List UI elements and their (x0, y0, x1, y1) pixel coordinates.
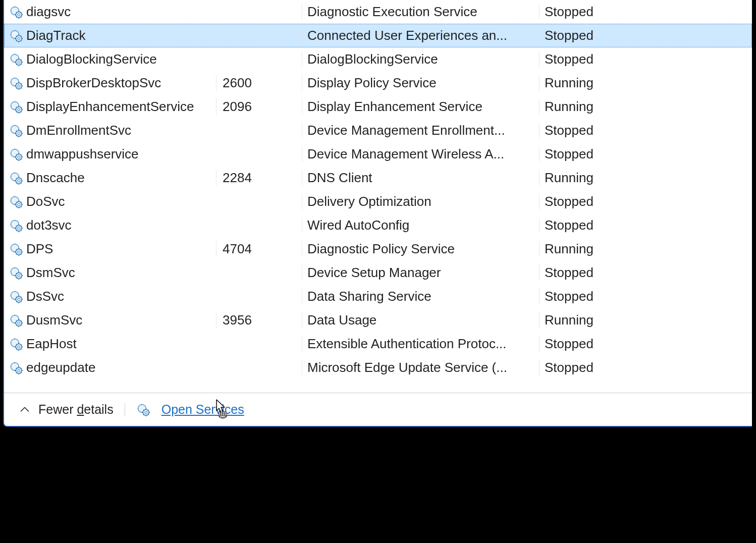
svg-point-5 (18, 37, 20, 39)
svg-point-2 (18, 14, 20, 16)
service-name: DisplayEnhancementService (26, 99, 194, 115)
service-status: Running (539, 312, 752, 328)
svg-point-50 (145, 411, 147, 413)
svg-point-23 (18, 180, 20, 182)
svg-point-35 (18, 275, 20, 277)
service-description: DialogBlockingService (302, 51, 539, 67)
gear-icon (9, 171, 23, 185)
service-row[interactable]: DmEnrollmentSvcDevice Management Enrollm… (4, 119, 752, 142)
service-row[interactable]: DusmSvc3956Data UsageRunning (4, 308, 752, 332)
service-row[interactable]: DPS4704Diagnostic Policy ServiceRunning (4, 237, 752, 261)
services-table[interactable]: diagsvcDiagnostic Execution ServiceStopp… (4, 0, 752, 393)
service-name: diagsvc (26, 4, 71, 20)
gear-icon (9, 5, 23, 19)
service-name: DialogBlockingService (26, 51, 157, 67)
service-status: Stopped (539, 146, 752, 162)
service-description: Data Usage (302, 312, 539, 328)
gear-icon (9, 361, 23, 375)
service-status: Stopped (539, 4, 752, 20)
service-status: Running (539, 75, 752, 91)
svg-point-26 (18, 203, 20, 205)
gear-icon (9, 124, 23, 138)
service-description: Diagnostic Policy Service (302, 241, 539, 257)
gear-icon (9, 219, 23, 233)
service-description: Device Management Wireless A... (302, 146, 539, 162)
svg-point-29 (18, 227, 20, 229)
service-row[interactable]: diagsvcDiagnostic Execution ServiceStopp… (4, 0, 752, 24)
service-status: Stopped (539, 194, 752, 209)
service-name: DsmSvc (26, 265, 75, 281)
gear-icon (9, 100, 23, 114)
service-status: Stopped (539, 123, 752, 138)
service-status: Running (539, 241, 752, 257)
service-status: Stopped (539, 336, 752, 352)
service-name: DoSvc (26, 194, 65, 209)
gear-icon (9, 147, 23, 161)
task-manager-services-panel: diagsvcDiagnostic Execution ServiceStopp… (3, 0, 752, 427)
service-row[interactable]: dot3svcWired AutoConfigStopped (4, 213, 752, 237)
service-row[interactable]: DoSvcDelivery OptimizationStopped (4, 190, 752, 213)
service-status: Stopped (539, 218, 752, 233)
svg-point-17 (18, 132, 20, 134)
service-pid: 4704 (216, 241, 302, 257)
chevron-up-icon[interactable] (19, 404, 30, 415)
service-status: Stopped (539, 289, 752, 304)
service-row[interactable]: DisplayEnhancementService2096Display Enh… (4, 95, 752, 119)
svg-point-8 (18, 61, 20, 63)
service-description: Diagnostic Execution Service (302, 4, 539, 20)
service-status: Stopped (539, 360, 752, 375)
svg-point-32 (18, 251, 20, 253)
service-row[interactable]: dmwappushserviceDevice Management Wirele… (4, 142, 752, 166)
gear-icon (9, 266, 23, 280)
gear-icon (9, 52, 23, 67)
footer-bar: Fewer details Open Services (4, 393, 752, 426)
gear-icon (9, 290, 23, 304)
svg-point-41 (18, 322, 20, 324)
service-name: DsSvc (26, 289, 64, 304)
service-row[interactable]: edgeupdateMicrosoft Edge Update Service … (4, 356, 752, 379)
svg-point-44 (18, 346, 20, 348)
gear-icon (9, 29, 23, 43)
gear-icon (9, 242, 23, 256)
service-description: Wired AutoConfig (302, 218, 539, 233)
service-name: DPS (26, 241, 53, 257)
service-pid: 2284 (216, 170, 302, 186)
gear-icon (9, 195, 23, 209)
service-description: Delivery Optimization (302, 194, 539, 209)
service-name: Dnscache (26, 170, 85, 186)
service-status: Stopped (539, 51, 752, 67)
service-name: DmEnrollmentSvc (26, 123, 131, 138)
service-row[interactable]: DialogBlockingServiceDialogBlockingServi… (4, 47, 752, 71)
svg-point-14 (18, 108, 20, 111)
service-description: Display Policy Service (302, 75, 539, 91)
service-description: Display Enhancement Service (302, 99, 539, 115)
service-row[interactable]: DsSvcData Sharing ServiceStopped (4, 285, 752, 308)
service-status: Running (539, 99, 752, 115)
service-description: Device Management Enrollment... (302, 123, 539, 138)
service-name: dmwappushservice (26, 146, 139, 162)
service-description: Data Sharing Service (302, 289, 539, 304)
service-row[interactable]: DiagTrackConnected User Experiences an..… (4, 24, 752, 47)
service-row[interactable]: Dnscache2284DNS ClientRunning (4, 166, 752, 190)
svg-point-20 (18, 156, 20, 158)
service-name: DiagTrack (26, 28, 86, 43)
svg-point-11 (18, 85, 20, 87)
service-name: dot3svc (26, 218, 72, 233)
service-name: DispBrokerDesktopSvc (26, 75, 161, 91)
service-pid: 2600 (216, 75, 302, 91)
service-row[interactable]: EapHostExtensible Authentication Protoc.… (4, 332, 752, 356)
service-row[interactable]: DispBrokerDesktopSvc2600Display Policy S… (4, 71, 752, 95)
fewer-details-button[interactable]: Fewer details (38, 402, 114, 417)
service-name: edgeupdate (26, 360, 95, 375)
service-status: Stopped (539, 265, 752, 281)
open-services-link[interactable]: Open Services (161, 402, 244, 417)
service-row[interactable]: DsmSvcDevice Setup ManagerStopped (4, 261, 752, 285)
service-description: Extensible Authentication Protoc... (302, 336, 539, 352)
svg-point-47 (18, 369, 20, 371)
service-pid: 2096 (216, 99, 302, 115)
service-description: Connected User Experiences an... (302, 28, 539, 43)
svg-point-38 (18, 298, 20, 300)
service-name: DusmSvc (26, 312, 82, 328)
separator (125, 403, 125, 416)
gear-icon (9, 76, 23, 90)
